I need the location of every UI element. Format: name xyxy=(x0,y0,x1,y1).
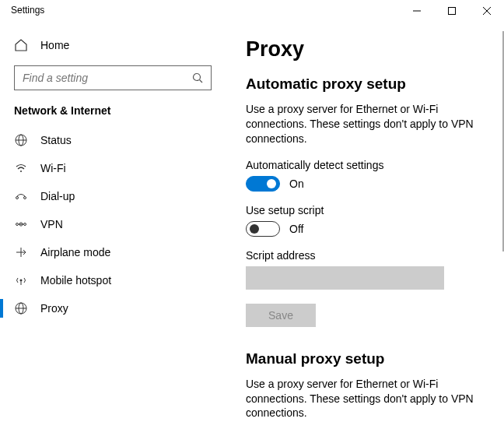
sidebar-section-title: Network & Internet xyxy=(0,100,226,126)
script-toggle[interactable] xyxy=(246,221,280,237)
close-button[interactable] xyxy=(469,0,504,22)
section-manual-heading: Manual proxy setup xyxy=(246,350,484,367)
address-label: Script address xyxy=(246,249,484,262)
close-icon xyxy=(483,7,491,15)
content-pane: Proxy Automatic proxy setup Use a proxy … xyxy=(226,23,504,422)
svg-point-13 xyxy=(24,223,26,226)
sidebar-item-label: Status xyxy=(40,134,72,146)
search-box[interactable] xyxy=(14,65,212,90)
script-address-input[interactable] xyxy=(246,266,444,290)
wifi-icon xyxy=(14,161,28,175)
titlebar: Settings xyxy=(0,0,504,23)
sidebar-item-label: Airplane mode xyxy=(40,246,110,258)
sidebar-item-label: Dial-up xyxy=(40,190,75,202)
sidebar-item-hotspot[interactable]: Mobile hotspot xyxy=(0,266,226,294)
svg-point-12 xyxy=(16,223,19,226)
minimize-button[interactable] xyxy=(399,0,434,22)
svg-point-11 xyxy=(24,197,26,199)
svg-point-4 xyxy=(194,74,201,81)
search-input[interactable] xyxy=(23,72,192,84)
sidebar-item-status[interactable]: Status xyxy=(0,126,226,154)
section-auto-desc: Use a proxy server for Ethernet or Wi-Fi… xyxy=(246,102,484,146)
sidebar: Home Network & Internet Status xyxy=(0,23,226,422)
svg-line-5 xyxy=(200,80,203,83)
sidebar-item-label: Proxy xyxy=(40,302,68,315)
nav-home-label: Home xyxy=(40,39,69,51)
section-auto-heading: Automatic proxy setup xyxy=(246,76,484,93)
script-state: Off xyxy=(289,223,303,235)
window-title: Settings xyxy=(0,0,44,16)
search-icon xyxy=(192,72,203,83)
sidebar-item-label: Mobile hotspot xyxy=(40,274,111,287)
sidebar-item-vpn[interactable]: VPN xyxy=(0,210,226,238)
vpn-icon xyxy=(14,217,28,231)
detect-state: On xyxy=(289,178,304,190)
nav-home[interactable]: Home xyxy=(0,31,226,59)
svg-point-9 xyxy=(20,171,22,172)
svg-point-10 xyxy=(16,197,19,199)
sidebar-item-dialup[interactable]: Dial-up xyxy=(0,182,226,210)
detect-toggle[interactable] xyxy=(246,176,280,192)
airplane-icon xyxy=(14,245,28,259)
detect-label: Automatically detect settings xyxy=(246,159,484,171)
globe-icon xyxy=(14,133,28,147)
maximize-button[interactable] xyxy=(434,0,469,22)
minimize-icon xyxy=(413,7,421,15)
section-manual-desc: Use a proxy server for Ethernet or Wi-Fi… xyxy=(246,377,484,421)
save-button[interactable]: Save xyxy=(246,304,316,327)
hotspot-icon xyxy=(14,273,28,287)
page-title: Proxy xyxy=(246,37,484,62)
svg-rect-1 xyxy=(448,8,455,15)
globe-icon xyxy=(14,301,28,315)
home-icon xyxy=(14,38,28,52)
svg-point-16 xyxy=(20,280,23,282)
settings-window: Settings Home xyxy=(0,0,504,422)
sidebar-item-wifi[interactable]: Wi-Fi xyxy=(0,154,226,182)
dialup-icon xyxy=(14,189,28,203)
maximize-icon xyxy=(448,7,456,15)
sidebar-item-label: Wi-Fi xyxy=(40,162,66,174)
sidebar-item-label: VPN xyxy=(40,218,63,230)
script-label: Use setup script xyxy=(246,204,484,216)
sidebar-item-proxy[interactable]: Proxy xyxy=(0,294,226,322)
sidebar-item-airplane[interactable]: Airplane mode xyxy=(0,238,226,266)
